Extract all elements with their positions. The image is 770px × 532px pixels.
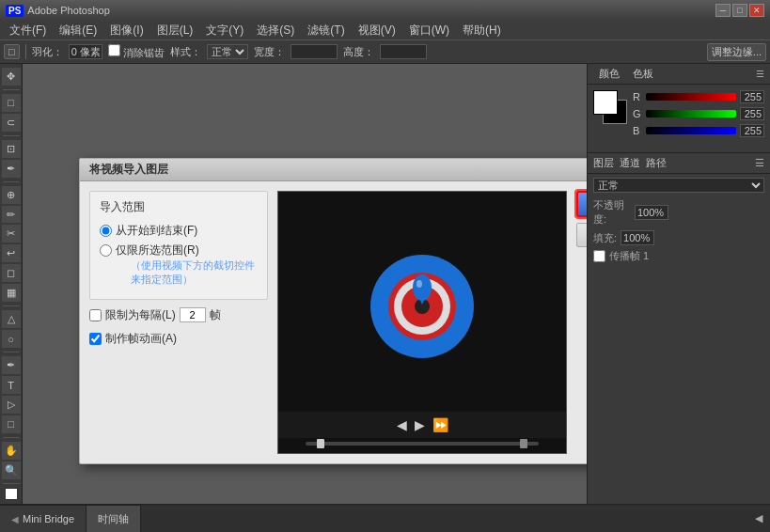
blue-value[interactable] — [740, 124, 764, 137]
animate-label: 制作帧动画(A) — [105, 331, 177, 347]
ok-button[interactable]: 确定 — [576, 191, 587, 217]
menu-window[interactable]: 窗口(W) — [403, 21, 455, 40]
radio-row-from-start: 从开始到结束(F) — [100, 223, 258, 239]
paths-title[interactable]: 路径 — [646, 156, 667, 170]
red-value[interactable] — [740, 90, 764, 103]
style-label: 样式： — [170, 45, 201, 59]
propagate-label: 传播帧 1 — [609, 249, 649, 263]
red-slider[interactable] — [646, 93, 736, 101]
history-tool[interactable]: ↩ — [2, 244, 21, 262]
menu-select[interactable]: 选择(S) — [251, 21, 300, 40]
menu-help[interactable]: 帮助(H) — [457, 21, 507, 40]
color-tab[interactable]: 颜色 — [593, 67, 625, 81]
video-scrubber[interactable] — [306, 442, 539, 446]
foreground-color[interactable] — [5, 488, 18, 500]
propagate-checkbox[interactable] — [593, 250, 605, 262]
height-label: 高度： — [343, 45, 374, 59]
mini-bridge-tab[interactable]: ◀ Mini Bridge — [0, 505, 86, 532]
dodge-tool[interactable]: ○ — [2, 330, 21, 348]
radio-row-selection: 仅限所选范围(R) （使用视频下方的截切控件 来指定范围） — [100, 243, 258, 288]
minimize-button[interactable]: ─ — [715, 4, 731, 17]
crop-tool[interactable]: ⊡ — [2, 140, 21, 158]
color-squares[interactable] — [593, 90, 627, 124]
swatches-tab[interactable]: 色板 — [627, 67, 659, 81]
timeline-tab[interactable]: 时间轴 — [86, 505, 141, 532]
red-row: R — [633, 90, 764, 103]
healing-tool[interactable]: ⊕ — [2, 186, 21, 204]
layers-title: 图层 — [593, 156, 614, 170]
animate-row: 制作帧动画(A) — [89, 331, 268, 347]
tools-panel: ✥ □ ⊂ ⊡ ✒ ⊕ ✏ ✂ ↩ ◻ ▦ △ ○ ✒ T ▷ □ ✋ 🔍 — [0, 64, 23, 504]
mini-bridge-icon: ◀ — [11, 514, 19, 524]
brush-tool[interactable]: ✏ — [2, 206, 21, 224]
animate-checkbox[interactable] — [89, 333, 102, 345]
menu-view[interactable]: 视图(V) — [353, 21, 401, 40]
cancel-button[interactable]: 取消 — [576, 223, 587, 247]
window-controls[interactable]: ─ □ ✕ — [715, 4, 764, 17]
tool-separator-5 — [3, 352, 20, 352]
opacity-row: 不透明度: — [588, 196, 770, 228]
fill-input[interactable] — [621, 230, 654, 245]
move-tool[interactable]: ✥ — [2, 68, 21, 86]
width-input[interactable] — [291, 44, 338, 59]
dialog-options: 导入范围 从开始到结束(F) 仅限所选范围(R) （使用视频下方的截切控件 — [89, 191, 268, 454]
menu-edit[interactable]: 编辑(E) — [54, 21, 102, 40]
layers-panel-header: 图层 通道 路径 ☰ — [588, 153, 770, 174]
main-area: ✥ □ ⊂ ⊡ ✒ ⊕ ✏ ✂ ↩ ◻ ▦ △ ○ ✒ T ▷ □ ✋ 🔍 — [0, 64, 770, 504]
import-video-dialog: 将视频导入图层 ✕ 导入范围 从开始到结束(F) — [79, 158, 587, 464]
from-start-radio[interactable] — [100, 225, 112, 237]
tool-separator-2 — [3, 135, 20, 136]
stamp-tool[interactable]: ✂ — [2, 225, 21, 243]
anti-alias-checkbox[interactable] — [108, 44, 120, 56]
lasso-tool[interactable]: ⊂ — [2, 114, 21, 132]
marquee-tool[interactable]: □ — [2, 94, 21, 112]
green-label: G — [633, 108, 642, 119]
text-tool[interactable]: T — [2, 376, 21, 394]
gradient-tool[interactable]: ▦ — [2, 284, 21, 302]
green-slider[interactable] — [646, 110, 736, 117]
foreground-color-swatch[interactable] — [593, 90, 618, 115]
menu-filter[interactable]: 滤镜(T) — [302, 21, 350, 40]
panel-menu-icon[interactable]: ☰ — [756, 69, 764, 79]
channels-title[interactable]: 通道 — [620, 156, 640, 170]
zoom-tool[interactable]: 🔍 — [2, 462, 21, 479]
height-input[interactable] — [380, 44, 427, 59]
menu-layer[interactable]: 图层(L) — [151, 21, 199, 40]
blue-slider[interactable] — [646, 127, 736, 134]
green-value[interactable] — [740, 107, 764, 120]
menu-image[interactable]: 图像(I) — [104, 21, 149, 40]
layers-panel: 图层 通道 路径 ☰ 正常 不透明度: 填充: 传播帧 1 — [588, 152, 770, 504]
scrubber-end-thumb[interactable] — [520, 439, 527, 448]
step-forward-button[interactable]: ⏩ — [432, 417, 448, 432]
blue-row: B — [633, 124, 764, 137]
close-button[interactable]: ✕ — [749, 4, 764, 17]
layers-controls: 正常 — [588, 174, 770, 196]
step-back-button[interactable]: ◀ — [397, 417, 407, 432]
eyedropper-tool[interactable]: ✒ — [2, 160, 21, 178]
video-scrubber-container[interactable] — [292, 442, 551, 449]
blur-tool[interactable]: △ — [2, 310, 21, 328]
layers-menu-icon[interactable]: ☰ — [755, 157, 764, 169]
limit-input[interactable] — [180, 307, 206, 322]
pen-tool[interactable]: ✒ — [2, 356, 21, 374]
bottom-minimize-icon[interactable]: ◀ — [755, 512, 762, 524]
selection-radio[interactable] — [100, 244, 112, 257]
menu-text[interactable]: 文字(Y) — [200, 21, 249, 40]
menu-file[interactable]: 文件(F) — [4, 21, 52, 40]
opacity-input[interactable] — [635, 205, 668, 220]
blend-mode-select[interactable]: 正常 — [593, 178, 764, 193]
scrubber-start-thumb[interactable] — [317, 439, 324, 448]
limit-checkbox[interactable] — [89, 309, 102, 321]
style-select[interactable]: 正常 — [207, 44, 248, 59]
shape-tool[interactable]: □ — [2, 415, 21, 433]
video-preview-area: ◀ ▶ ⏩ — [277, 191, 567, 454]
marquee-tool-btn[interactable]: □ — [4, 44, 20, 59]
play-button[interactable]: ▶ — [415, 417, 425, 432]
feather-input[interactable] — [69, 44, 102, 59]
eraser-tool[interactable]: ◻ — [2, 264, 21, 282]
path-tool[interactable]: ▷ — [2, 396, 21, 414]
maximize-button[interactable]: □ — [732, 4, 747, 17]
adjust-edge-button[interactable]: 调整边缘... — [707, 43, 766, 61]
dialog-title-bar: 将视频导入图层 ✕ — [80, 159, 587, 181]
hand-tool[interactable]: ✋ — [2, 442, 21, 460]
